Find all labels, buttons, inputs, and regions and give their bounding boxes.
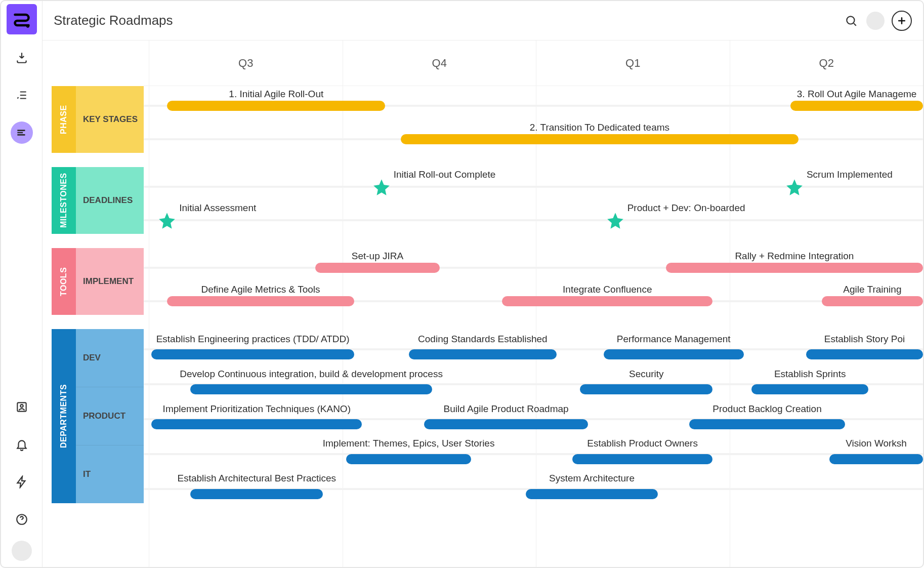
quarter-header: Q4	[343, 40, 536, 86]
roadmap-bar-label: 3. Roll Out Agile Manageme	[790, 88, 923, 100]
roadmap-bar-label: Vision Worksh	[829, 437, 923, 450]
roadmap-bar-label: 1. Initial Agile Roll-Out	[167, 88, 385, 100]
lane-block: PHASEKEY STAGES	[52, 86, 144, 153]
roadmap-bar[interactable]	[151, 419, 362, 429]
roadmap-bar[interactable]	[526, 489, 658, 499]
milestone-star-icon[interactable]	[785, 178, 804, 197]
chart-area[interactable]: Q3Q4Q1Q2 1. Initial Agile Roll-Out3. Rol…	[144, 40, 923, 567]
track-row: Implement Prioritization Techniques (KAN…	[144, 399, 923, 434]
roadmap-bar[interactable]	[829, 454, 923, 464]
track-row: Initial Roll-out CompleteScrum Implement…	[144, 167, 923, 200]
roadmap-bar-label: Agile Training	[822, 283, 923, 296]
svg-point-0	[27, 26, 28, 27]
roadmap-bar[interactable]	[580, 384, 712, 394]
nav-bell-icon[interactable]	[11, 433, 33, 456]
app-logo[interactable]	[7, 4, 37, 34]
main: Strategic Roadmaps PHASEKEY STAGESMILEST…	[43, 1, 923, 567]
lane-sub-cell[interactable]: IMPLEMENT	[76, 248, 144, 315]
track-row: 1. Initial Agile Roll-Out3. Roll Out Agi…	[144, 86, 923, 119]
roadmap-bar[interactable]	[689, 419, 845, 429]
track-row: Implement: Themes, Epics, User StoriesEs…	[144, 433, 923, 468]
roadmap-bar[interactable]	[751, 384, 868, 394]
milestone-star-icon[interactable]	[606, 211, 625, 230]
roadmap-bar[interactable]	[572, 454, 712, 464]
lane-sub-cell[interactable]: DEV	[76, 329, 144, 387]
roadmap-bar-label: Set-up JIRA	[315, 250, 440, 262]
svg-point-2	[20, 404, 23, 407]
roadmap-bar-label: Build Agile Product Roadmap	[424, 403, 587, 415]
lane-title: TOOLS	[52, 248, 76, 315]
roadmap-bar-label: Product Backlog Creation	[689, 403, 845, 415]
roadmap-bar[interactable]	[604, 349, 744, 359]
lane-block: TOOLSIMPLEMENT	[52, 248, 144, 315]
track-group: Initial Roll-out CompleteScrum Implement…	[144, 167, 923, 234]
quarter-header: Q2	[730, 40, 923, 86]
milestone-star-icon[interactable]	[157, 211, 177, 230]
tracks: 1. Initial Agile Roll-Out3. Roll Out Agi…	[144, 86, 923, 517]
roadmap-bar[interactable]	[790, 101, 923, 111]
roadmap-bar-label: Develop Continuous integration, build & …	[190, 368, 432, 380]
lane-sub-cell[interactable]: DEADLINES	[76, 167, 144, 234]
nav-group-top	[11, 47, 33, 144]
milestone-label: Scrum Implemented	[807, 169, 893, 180]
add-button[interactable]	[892, 11, 912, 31]
roadmap-bar[interactable]	[190, 384, 432, 394]
lanes-column: PHASEKEY STAGESMILESTONESDEADLINESTOOLSI…	[43, 40, 144, 567]
roadmap-bar-label: Establish Story Poi	[806, 333, 923, 345]
nav-timeline-icon[interactable]	[11, 121, 33, 144]
sidebar	[1, 1, 43, 567]
track-row: Establish Engineering practices (TDD/ AT…	[144, 329, 923, 364]
track-row: Develop Continuous integration, build & …	[144, 364, 923, 399]
track-group: Establish Engineering practices (TDD/ AT…	[144, 329, 923, 503]
roadmap-bar-label: Integrate Confluence	[502, 283, 712, 296]
roadmap-bar[interactable]	[190, 489, 323, 499]
roadmap-bar[interactable]	[346, 454, 471, 464]
nav-bolt-icon[interactable]	[11, 471, 33, 493]
app-frame: Strategic Roadmaps PHASEKEY STAGESMILEST…	[0, 0, 924, 568]
lane-sub-cell[interactable]: KEY STAGES	[76, 86, 144, 153]
lane-sub-cell[interactable]: IT	[76, 445, 144, 503]
roadmap-bar-label: Implement Prioritization Techniques (KAN…	[151, 403, 362, 415]
roadmap-bar-label: System Architecture	[526, 472, 658, 484]
nav-contact-icon[interactable]	[11, 396, 33, 418]
roadmap-bar[interactable]	[315, 263, 440, 273]
roadmap-bar[interactable]	[151, 349, 354, 359]
roadmap-bar[interactable]	[666, 263, 923, 273]
quarter-header: Q1	[536, 40, 730, 86]
nav-group-bottom	[11, 396, 33, 531]
roadmap-bar[interactable]	[409, 349, 557, 359]
roadmap-bar[interactable]	[401, 134, 798, 144]
roadmap-bar[interactable]	[822, 296, 923, 306]
topbar-avatar[interactable]	[866, 12, 885, 30]
lane-block: DEPARTMENTSDEVPRODUCTIT	[52, 329, 144, 503]
milestone-label: Product + Dev: On-boarded	[627, 202, 745, 214]
topbar: Strategic Roadmaps	[43, 1, 923, 40]
roadmap-bar[interactable]	[424, 419, 587, 429]
track-row: Define Agile Metrics & ToolsIntegrate Co…	[144, 281, 923, 315]
search-icon[interactable]	[841, 11, 861, 31]
track-row: Establish Architectural Best PracticesSy…	[144, 468, 923, 503]
roadmap-bar-label: Establish Engineering practices (TDD/ AT…	[151, 333, 354, 345]
roadmap-bar[interactable]	[167, 101, 385, 111]
nav-download-icon[interactable]	[11, 47, 33, 69]
roadmap-bar-label: Define Agile Metrics & Tools	[167, 283, 354, 296]
lane-block: MILESTONESDEADLINES	[52, 167, 144, 234]
roadmap-bar[interactable]	[806, 349, 923, 359]
quarters-header: Q3Q4Q1Q2	[144, 40, 923, 86]
nav-help-icon[interactable]	[11, 508, 33, 531]
roadmap-bar-label: 2. Transition To Dedicated teams	[401, 121, 798, 134]
sidebar-avatar[interactable]	[12, 541, 32, 561]
lane-title: MILESTONES	[52, 167, 76, 234]
track-group: Set-up JIRARally + Redmine IntegrationDe…	[144, 248, 923, 315]
roadmap-bar[interactable]	[502, 296, 712, 306]
track-row: Set-up JIRARally + Redmine Integration	[144, 248, 923, 281]
track-row: Initial AssessmentProduct + Dev: On-boar…	[144, 200, 923, 234]
nav-list-icon[interactable]	[11, 84, 33, 106]
lane-sub-cell[interactable]: PRODUCT	[76, 387, 144, 445]
milestone-label: Initial Assessment	[179, 202, 256, 214]
roadmap-bar-label: Establish Architectural Best Practices	[190, 472, 323, 484]
roadmap-bar[interactable]	[167, 296, 354, 306]
svg-point-4	[847, 16, 854, 24]
milestone-star-icon[interactable]	[372, 178, 391, 197]
milestone-label: Initial Roll-out Complete	[394, 169, 496, 180]
